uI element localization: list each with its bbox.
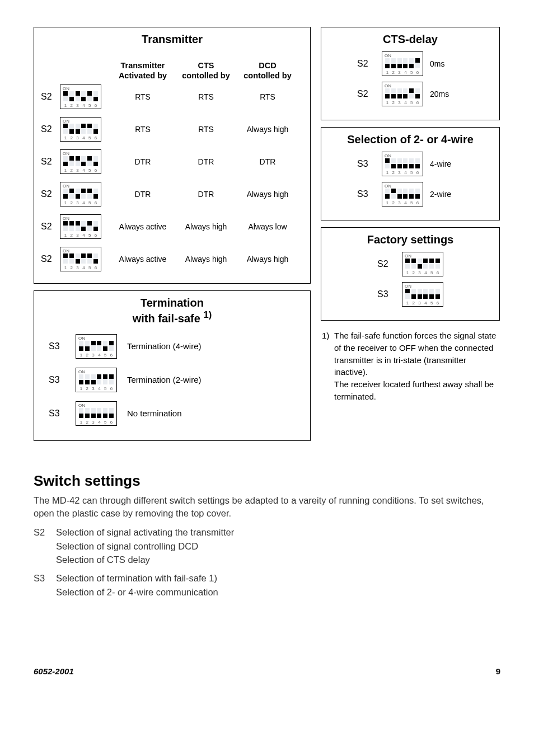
transmitter-row: S2ON123456Always activeAlways highAlways… (41, 210, 303, 243)
dip-switch: ON123456 (382, 82, 423, 106)
transmitter-header-row: TransmitterActivated by CTScontolled by … (41, 50, 303, 81)
transmitter-row: S2ON123456RTSRTSAlways high (41, 113, 303, 145)
transmitter-row: S2ON123456RTSRTSRTS (41, 81, 303, 113)
factory-title: Factory settings (328, 233, 493, 246)
dip-switch: ON123456 (76, 401, 117, 426)
switch-label: S2 (41, 92, 60, 102)
switch-label: S2 (41, 189, 60, 199)
dip-switch: ON123456 (76, 368, 117, 392)
tx-activated: Always active (110, 255, 175, 264)
transmitter-row: S2ON123456DTRDTRDTR (41, 145, 303, 178)
tx-h1: TransmitterActivated by (110, 61, 175, 81)
definition-row: S3Selection of termination with fail-saf… (34, 571, 500, 599)
termination-box: Termination with fail-safe 1) S3ON123456… (34, 290, 311, 441)
config-row: S2ON123456 (328, 252, 493, 276)
transmitter-row: S2ON123456Always activeAlways highAlways… (41, 243, 303, 275)
footer-right: 9 (496, 666, 500, 676)
tx-h3: DCDcontolled by (237, 61, 298, 81)
tx-activated: Always active (110, 222, 175, 231)
footnote: 1) The fail-safe function forces the sig… (321, 327, 500, 403)
dip-switch: ON123456 (60, 149, 101, 174)
footer-left: 6052-2001 (34, 666, 74, 676)
config-value: 20ms (430, 90, 463, 98)
tx-dcd: Always high (237, 190, 298, 199)
termination-row: S3ON123456No termination (49, 401, 303, 426)
dip-switch: ON123456 (382, 182, 423, 206)
tx-activated: RTS (110, 92, 175, 101)
switch-label: S3 (357, 159, 375, 169)
tx-cts: DTR (175, 190, 237, 199)
dip-switch: ON123456 (60, 182, 101, 206)
switch-label: S2 (377, 259, 395, 269)
config-value: 2-wire (430, 190, 463, 199)
dip-switch: ON123456 (402, 282, 443, 307)
config-value: 4-wire (430, 159, 463, 168)
config-value: 0ms (430, 59, 463, 68)
termination-value: Termination (4-wire) (127, 341, 202, 351)
switch-label: S2 (41, 222, 60, 232)
cts-delay-box: CTS-delay S2ON1234560msS2ON12345620ms (321, 27, 500, 120)
tx-activated: DTR (110, 190, 175, 199)
termination-value: No termination (127, 408, 182, 418)
tx-cts: Always high (175, 222, 237, 231)
dip-switch: ON123456 (60, 214, 101, 239)
tx-activated: RTS (110, 125, 175, 134)
tx-cts: RTS (175, 125, 237, 134)
switch-label: S2 (357, 89, 375, 99)
definition-key: S3 (34, 571, 56, 599)
tx-cts: RTS (175, 92, 237, 101)
definition-row: S2Selection of signal activating the tra… (34, 525, 500, 567)
config-row: S3ON1234562-wire (328, 182, 493, 206)
dip-switch: ON123456 (76, 334, 117, 359)
tx-dcd: Always low (237, 222, 298, 231)
wire-box: Selection of 2- or 4-wire S3ON1234564-wi… (321, 127, 500, 220)
wire-title: Selection of 2- or 4-wire (328, 133, 493, 146)
tx-dcd: DTR (237, 157, 298, 166)
factory-box: Factory settings S2ON123456S3ON123456 (321, 227, 500, 321)
tx-cts: Always high (175, 255, 237, 264)
switch-label: S2 (357, 59, 375, 69)
switch-label: S3 (49, 375, 65, 385)
dip-switch: ON123456 (60, 117, 101, 142)
config-row: S3ON123456 (328, 282, 493, 307)
config-row: S3ON1234564-wire (328, 152, 493, 176)
switch-label: S2 (41, 157, 60, 167)
switch-label: S2 (41, 124, 60, 134)
termination-value: Termination (2-wire) (127, 375, 202, 384)
switch-label: S3 (357, 189, 375, 199)
dip-switch: ON123456 (382, 152, 423, 176)
dip-switch: ON123456 (402, 252, 443, 276)
transmitter-title: Transmitter (41, 33, 303, 46)
tx-dcd: Always high (237, 255, 298, 264)
switch-label: S3 (49, 341, 65, 351)
switch-label: S3 (377, 289, 395, 299)
config-row: S2ON12345620ms (328, 82, 493, 106)
tx-activated: DTR (110, 157, 175, 166)
dip-switch: ON123456 (60, 84, 101, 109)
transmitter-row: S2ON123456DTRDTRAlways high (41, 178, 303, 210)
switch-label: S3 (49, 408, 65, 419)
dip-switch: ON123456 (60, 247, 101, 271)
tx-h2: CTScontolled by (175, 61, 237, 81)
switch-label: S2 (41, 254, 60, 264)
definition-value: Selection of signal activating the trans… (56, 525, 234, 567)
config-row: S2ON1234560ms (328, 51, 493, 76)
termination-title: Termination with fail-safe 1) (41, 297, 303, 325)
termination-row: S3ON123456Termination (2-wire) (49, 368, 303, 392)
section-title: Switch settings (34, 472, 500, 490)
transmitter-box: Transmitter TransmitterActivated by CTSc… (34, 27, 311, 284)
tx-cts: DTR (175, 157, 237, 166)
definition-key: S2 (34, 525, 56, 567)
termination-row: S3ON123456Termination (4-wire) (49, 334, 303, 359)
definition-value: Selection of termination with fail-safe … (56, 571, 218, 599)
cts-title: CTS-delay (328, 33, 493, 46)
dip-switch: ON123456 (382, 51, 423, 76)
section-para: The MD-42 can through different switch s… (34, 494, 500, 520)
tx-dcd: RTS (237, 92, 298, 101)
tx-dcd: Always high (237, 125, 298, 134)
